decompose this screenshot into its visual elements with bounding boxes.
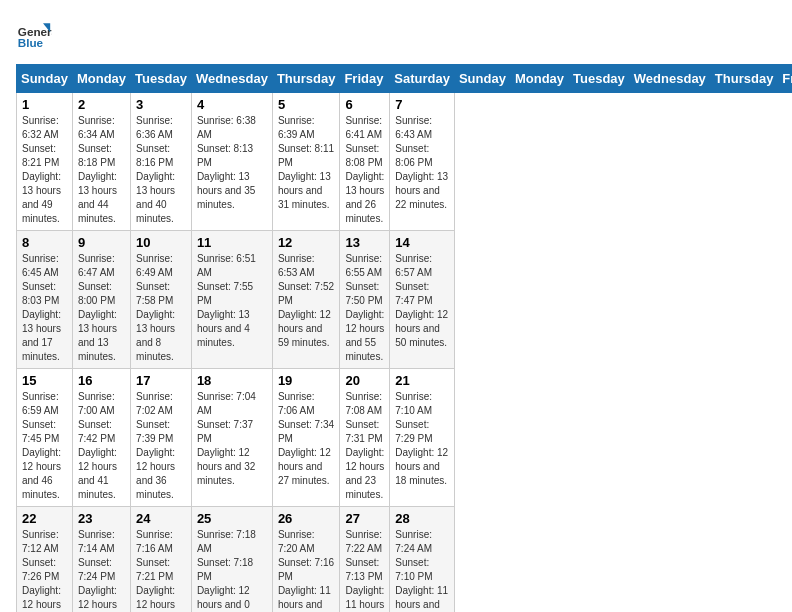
col-header-thursday: Thursday <box>272 65 340 93</box>
day-number: 16 <box>78 373 125 388</box>
day-info: Sunrise: 6:34 AMSunset: 8:18 PMDaylight:… <box>78 114 125 226</box>
col-header-sunday: Sunday <box>454 65 510 93</box>
day-cell: 1Sunrise: 6:32 AMSunset: 8:21 PMDaylight… <box>17 93 73 231</box>
col-header-thursday: Thursday <box>710 65 778 93</box>
day-number: 5 <box>278 97 335 112</box>
day-number: 19 <box>278 373 335 388</box>
col-header-friday: Friday <box>778 65 792 93</box>
svg-text:Blue: Blue <box>18 36 44 49</box>
day-cell: 3Sunrise: 6:36 AMSunset: 8:16 PMDaylight… <box>131 93 192 231</box>
day-cell: 4Sunrise: 6:38 AMSunset: 8:13 PMDaylight… <box>191 93 272 231</box>
day-cell: 11Sunrise: 6:51 AMSunset: 7:55 PMDayligh… <box>191 231 272 369</box>
week-row-2: 8Sunrise: 6:45 AMSunset: 8:03 PMDaylight… <box>17 231 793 369</box>
day-cell: 22Sunrise: 7:12 AMSunset: 7:26 PMDayligh… <box>17 507 73 613</box>
day-number: 8 <box>22 235 67 250</box>
day-info: Sunrise: 7:08 AMSunset: 7:31 PMDaylight:… <box>345 390 384 502</box>
day-info: Sunrise: 7:12 AMSunset: 7:26 PMDaylight:… <box>22 528 67 612</box>
day-number: 20 <box>345 373 384 388</box>
day-number: 15 <box>22 373 67 388</box>
day-info: Sunrise: 6:47 AMSunset: 8:00 PMDaylight:… <box>78 252 125 364</box>
day-info: Sunrise: 7:06 AMSunset: 7:34 PMDaylight:… <box>278 390 335 488</box>
page-header: General Blue <box>16 16 776 52</box>
col-header-monday: Monday <box>72 65 130 93</box>
day-info: Sunrise: 6:45 AMSunset: 8:03 PMDaylight:… <box>22 252 67 364</box>
day-cell: 24Sunrise: 7:16 AMSunset: 7:21 PMDayligh… <box>131 507 192 613</box>
day-number: 2 <box>78 97 125 112</box>
day-number: 6 <box>345 97 384 112</box>
day-cell: 25Sunrise: 7:18 AMSunset: 7:18 PMDayligh… <box>191 507 272 613</box>
day-cell: 9Sunrise: 6:47 AMSunset: 8:00 PMDaylight… <box>72 231 130 369</box>
day-number: 7 <box>395 97 449 112</box>
day-cell: 5Sunrise: 6:39 AMSunset: 8:11 PMDaylight… <box>272 93 340 231</box>
day-info: Sunrise: 6:43 AMSunset: 8:06 PMDaylight:… <box>395 114 449 212</box>
day-cell: 6Sunrise: 6:41 AMSunset: 8:08 PMDaylight… <box>340 93 390 231</box>
day-cell: 13Sunrise: 6:55 AMSunset: 7:50 PMDayligh… <box>340 231 390 369</box>
day-cell: 17Sunrise: 7:02 AMSunset: 7:39 PMDayligh… <box>131 369 192 507</box>
day-info: Sunrise: 7:04 AMSunset: 7:37 PMDaylight:… <box>197 390 267 488</box>
day-info: Sunrise: 7:02 AMSunset: 7:39 PMDaylight:… <box>136 390 186 502</box>
day-info: Sunrise: 6:49 AMSunset: 7:58 PMDaylight:… <box>136 252 186 364</box>
day-cell: 16Sunrise: 7:00 AMSunset: 7:42 PMDayligh… <box>72 369 130 507</box>
day-cell: 7Sunrise: 6:43 AMSunset: 8:06 PMDaylight… <box>390 93 455 231</box>
col-header-monday: Monday <box>510 65 568 93</box>
day-number: 21 <box>395 373 449 388</box>
day-cell: 10Sunrise: 6:49 AMSunset: 7:58 PMDayligh… <box>131 231 192 369</box>
day-number: 18 <box>197 373 267 388</box>
day-number: 1 <box>22 97 67 112</box>
day-number: 25 <box>197 511 267 526</box>
day-cell: 2Sunrise: 6:34 AMSunset: 8:18 PMDaylight… <box>72 93 130 231</box>
day-info: Sunrise: 6:32 AMSunset: 8:21 PMDaylight:… <box>22 114 67 226</box>
day-number: 3 <box>136 97 186 112</box>
day-cell: 28Sunrise: 7:24 AMSunset: 7:10 PMDayligh… <box>390 507 455 613</box>
col-header-tuesday: Tuesday <box>569 65 630 93</box>
day-number: 4 <box>197 97 267 112</box>
day-cell: 21Sunrise: 7:10 AMSunset: 7:29 PMDayligh… <box>390 369 455 507</box>
calendar-table: SundayMondayTuesdayWednesdayThursdayFrid… <box>16 64 792 612</box>
day-number: 23 <box>78 511 125 526</box>
day-info: Sunrise: 6:51 AMSunset: 7:55 PMDaylight:… <box>197 252 267 350</box>
day-cell: 12Sunrise: 6:53 AMSunset: 7:52 PMDayligh… <box>272 231 340 369</box>
week-row-4: 22Sunrise: 7:12 AMSunset: 7:26 PMDayligh… <box>17 507 793 613</box>
day-info: Sunrise: 7:16 AMSunset: 7:21 PMDaylight:… <box>136 528 186 612</box>
day-info: Sunrise: 6:36 AMSunset: 8:16 PMDaylight:… <box>136 114 186 226</box>
day-cell: 20Sunrise: 7:08 AMSunset: 7:31 PMDayligh… <box>340 369 390 507</box>
day-cell: 15Sunrise: 6:59 AMSunset: 7:45 PMDayligh… <box>17 369 73 507</box>
day-number: 24 <box>136 511 186 526</box>
logo: General Blue <box>16 16 52 52</box>
day-info: Sunrise: 6:53 AMSunset: 7:52 PMDaylight:… <box>278 252 335 350</box>
day-info: Sunrise: 7:22 AMSunset: 7:13 PMDaylight:… <box>345 528 384 612</box>
day-info: Sunrise: 7:24 AMSunset: 7:10 PMDaylight:… <box>395 528 449 612</box>
day-number: 11 <box>197 235 267 250</box>
day-number: 14 <box>395 235 449 250</box>
calendar-header-row: SundayMondayTuesdayWednesdayThursdayFrid… <box>17 65 793 93</box>
day-number: 22 <box>22 511 67 526</box>
day-number: 9 <box>78 235 125 250</box>
day-info: Sunrise: 6:57 AMSunset: 7:47 PMDaylight:… <box>395 252 449 350</box>
day-info: Sunrise: 6:55 AMSunset: 7:50 PMDaylight:… <box>345 252 384 364</box>
day-cell: 19Sunrise: 7:06 AMSunset: 7:34 PMDayligh… <box>272 369 340 507</box>
col-header-friday: Friday <box>340 65 390 93</box>
week-row-1: 1Sunrise: 6:32 AMSunset: 8:21 PMDaylight… <box>17 93 793 231</box>
day-info: Sunrise: 6:59 AMSunset: 7:45 PMDaylight:… <box>22 390 67 502</box>
logo-icon: General Blue <box>16 16 52 52</box>
col-header-saturday: Saturday <box>390 65 455 93</box>
col-header-wednesday: Wednesday <box>629 65 710 93</box>
day-number: 10 <box>136 235 186 250</box>
day-info: Sunrise: 7:20 AMSunset: 7:16 PMDaylight:… <box>278 528 335 612</box>
day-info: Sunrise: 7:18 AMSunset: 7:18 PMDaylight:… <box>197 528 267 612</box>
week-row-3: 15Sunrise: 6:59 AMSunset: 7:45 PMDayligh… <box>17 369 793 507</box>
day-cell: 26Sunrise: 7:20 AMSunset: 7:16 PMDayligh… <box>272 507 340 613</box>
day-cell: 18Sunrise: 7:04 AMSunset: 7:37 PMDayligh… <box>191 369 272 507</box>
day-info: Sunrise: 6:41 AMSunset: 8:08 PMDaylight:… <box>345 114 384 226</box>
day-info: Sunrise: 6:39 AMSunset: 8:11 PMDaylight:… <box>278 114 335 212</box>
day-cell: 8Sunrise: 6:45 AMSunset: 8:03 PMDaylight… <box>17 231 73 369</box>
day-cell: 27Sunrise: 7:22 AMSunset: 7:13 PMDayligh… <box>340 507 390 613</box>
day-info: Sunrise: 7:10 AMSunset: 7:29 PMDaylight:… <box>395 390 449 488</box>
col-header-wednesday: Wednesday <box>191 65 272 93</box>
day-info: Sunrise: 6:38 AMSunset: 8:13 PMDaylight:… <box>197 114 267 212</box>
day-number: 28 <box>395 511 449 526</box>
day-number: 13 <box>345 235 384 250</box>
day-number: 27 <box>345 511 384 526</box>
day-cell: 14Sunrise: 6:57 AMSunset: 7:47 PMDayligh… <box>390 231 455 369</box>
day-info: Sunrise: 7:14 AMSunset: 7:24 PMDaylight:… <box>78 528 125 612</box>
